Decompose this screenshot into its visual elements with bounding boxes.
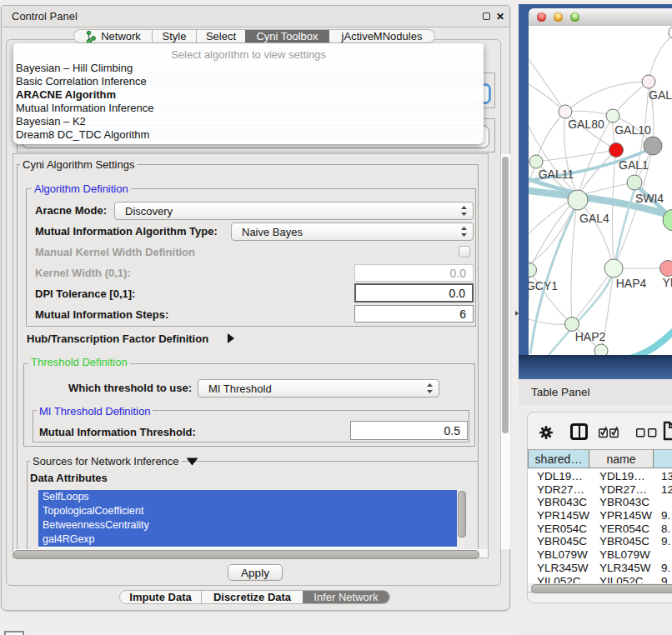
svg-text:GAL4: GAL4 (579, 212, 609, 225)
svg-text:GAL10: GAL10 (614, 123, 651, 137)
svg-text:SWI4: SWI4 (635, 192, 664, 205)
svg-text:GAL1: GAL1 (619, 158, 649, 172)
svg-text:GAL80: GAL80 (568, 118, 604, 131)
svg-text:GCY1: GCY1 (529, 279, 558, 292)
svg-text:HAP4: HAP4 (616, 277, 647, 290)
svg-text:GAL7: GAL7 (649, 88, 672, 102)
svg-text:YM: YM (663, 276, 672, 289)
svg-text:HAP2: HAP2 (575, 330, 606, 343)
svg-text:GAL11: GAL11 (539, 168, 574, 181)
